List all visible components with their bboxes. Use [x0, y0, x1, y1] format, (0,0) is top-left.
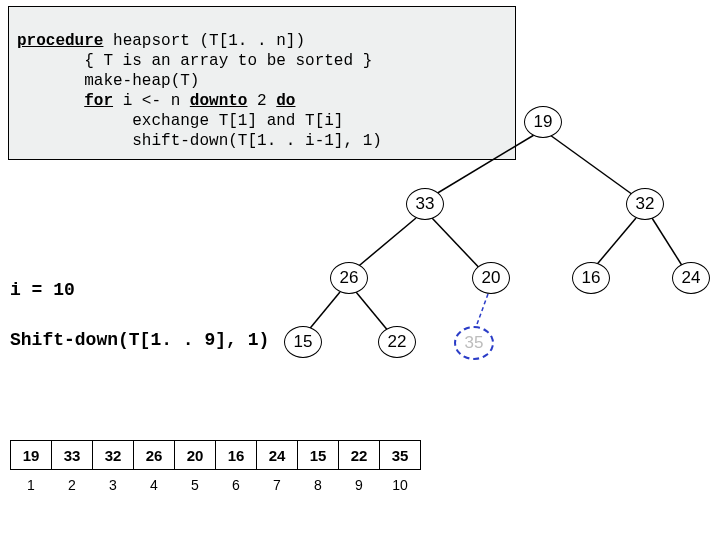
arr-v-7: 24 [257, 441, 298, 470]
code-l4a [17, 92, 84, 110]
array-table: 19 33 32 26 20 16 24 15 22 35 1 2 3 4 5 … [10, 440, 421, 499]
arr-v-4: 26 [134, 441, 175, 470]
arr-v-5: 20 [175, 441, 216, 470]
arr-i-2: 2 [52, 470, 93, 500]
arr-i-7: 7 [257, 470, 298, 500]
arr-i-10: 10 [380, 470, 421, 500]
array-values-row: 19 33 32 26 20 16 24 15 22 35 [11, 441, 421, 470]
tree-node-1: 19 [524, 106, 562, 138]
tree-node-10-removed: 35 [454, 326, 494, 360]
arr-i-5: 5 [175, 470, 216, 500]
kw-procedure: procedure [17, 32, 103, 50]
arr-i-3: 3 [93, 470, 134, 500]
code-l4e: 2 [247, 92, 276, 110]
tree-node-8: 15 [284, 326, 322, 358]
arr-v-10: 35 [380, 441, 421, 470]
code-l1: heapsort (T[1. . n]) [103, 32, 305, 50]
arr-v-2: 33 [52, 441, 93, 470]
arr-i-8: 8 [298, 470, 339, 500]
arr-i-1: 1 [11, 470, 52, 500]
kw-downto: downto [190, 92, 248, 110]
tree-node-3: 32 [626, 188, 664, 220]
kw-for: for [84, 92, 113, 110]
array-index-row: 1 2 3 4 5 6 7 8 9 10 [11, 470, 421, 500]
code-l4c: i <- n [113, 92, 190, 110]
tree-node-5: 20 [472, 262, 510, 294]
arr-i-4: 4 [134, 470, 175, 500]
svg-line-1 [550, 135, 640, 200]
arr-v-6: 16 [216, 441, 257, 470]
code-l3: make-heap(T) [17, 72, 199, 90]
tree-node-9: 22 [378, 326, 416, 358]
state-i: i = 10 [10, 280, 75, 300]
pseudocode-box: procedure heapsort (T[1. . n]) { T is an… [8, 6, 516, 160]
tree-node-7: 24 [672, 262, 710, 294]
state-call: Shift-down(T[1. . 9], 1) [10, 330, 269, 350]
tree-node-6: 16 [572, 262, 610, 294]
arr-i-9: 9 [339, 470, 380, 500]
kw-do: do [276, 92, 295, 110]
code-l5: exchange T[1] and T[i] [17, 112, 343, 130]
tree-node-2: 33 [406, 188, 444, 220]
arr-v-8: 15 [298, 441, 339, 470]
arr-i-6: 6 [216, 470, 257, 500]
tree-node-4: 26 [330, 262, 368, 294]
code-l2: { T is an array to be sorted } [17, 52, 372, 70]
arr-v-3: 32 [93, 441, 134, 470]
code-l6: shift-down(T[1. . i-1], 1) [17, 132, 382, 150]
arr-v-1: 19 [11, 441, 52, 470]
arr-v-9: 22 [339, 441, 380, 470]
